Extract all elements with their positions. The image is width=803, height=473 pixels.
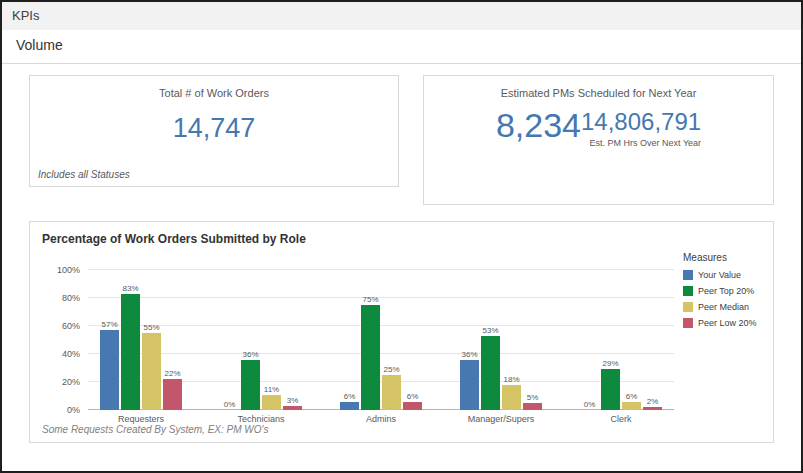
kpi-value-total-work-orders: 14,747 xyxy=(30,113,398,144)
x-axis-category-label-requesters: Requesters xyxy=(100,414,182,424)
bar-peer-top-20-manager-supers[interactable] xyxy=(481,336,500,410)
bar-column: 2% xyxy=(643,270,662,410)
bar-column: 36% xyxy=(460,270,479,410)
kpi-footnote-total-work-orders: Includes all Statuses xyxy=(38,169,130,180)
x-axis-category-label-admins: Admins xyxy=(340,414,422,424)
bar-value-label: 6% xyxy=(626,392,638,401)
legend-swatch-peer-top-20 xyxy=(683,286,693,296)
kpi-row: Total # of Work Orders 14,747 Includes a… xyxy=(29,75,774,205)
bar-value-label: 53% xyxy=(482,326,498,335)
y-axis-tick-label: 80% xyxy=(34,293,80,303)
bar-column: 5% xyxy=(523,270,542,410)
kpi-values-estimated-pms: 8,234 14,806,791 Est. PM Hrs Over Next Y… xyxy=(424,107,773,148)
legend-item-peer-median[interactable]: Peer Median xyxy=(683,302,765,312)
kpi-value-estimated-pms: 8,234 xyxy=(496,107,581,144)
bar-column: 53% xyxy=(481,270,500,410)
bar-value-label: 5% xyxy=(527,393,539,402)
kpi-title-estimated-pms: Estimated PMs Scheduled for Next Year xyxy=(424,87,773,99)
bar-group-clerk: 0%29%6%2% xyxy=(580,270,662,410)
bar-column: 6% xyxy=(340,270,359,410)
bar-column: 11% xyxy=(262,270,281,410)
bar-value-label: 18% xyxy=(503,375,519,384)
bar-peer-median-clerk[interactable] xyxy=(622,402,641,410)
chart-footnote: Some Requests Created By System, EX: PM … xyxy=(42,424,268,435)
bar-column: 29% xyxy=(601,270,620,410)
legend-title: Measures xyxy=(683,252,765,263)
bar-group-admins: 6%75%25%6% xyxy=(340,270,422,410)
bar-peer-median-admins[interactable] xyxy=(382,375,401,410)
bar-value-label: 0% xyxy=(584,400,596,409)
legend-swatch-peer-median xyxy=(683,302,693,312)
bar-column: 3% xyxy=(283,270,302,410)
bar-group-technicians: 0%36%11%3% xyxy=(220,270,302,410)
legend-item-peer-low-20[interactable]: Peer Low 20% xyxy=(683,318,765,328)
chart-legend: Measures Your ValuePeer Top 20%Peer Medi… xyxy=(683,252,765,334)
app-title: KPIs xyxy=(12,8,39,23)
bar-value-label: 55% xyxy=(143,323,159,332)
bar-peer-top-20-requesters[interactable] xyxy=(121,294,140,410)
bar-group-requesters: 57%83%55%22% xyxy=(100,270,182,410)
bar-column: 83% xyxy=(121,270,140,410)
bar-peer-low-20-requesters[interactable] xyxy=(163,379,182,410)
bar-column: 75% xyxy=(361,270,380,410)
y-axis-tick-label: 40% xyxy=(34,349,80,359)
legend-item-peer-top-20[interactable]: Peer Top 20% xyxy=(683,286,765,296)
bar-chart-plot: 0%20%40%60%80%100%57%83%55%22%0%36%11%3%… xyxy=(88,270,674,410)
bar-value-label: 0% xyxy=(224,400,236,409)
bar-peer-top-20-technicians[interactable] xyxy=(241,360,260,410)
bar-value-label: 83% xyxy=(122,284,138,293)
legend-label: Peer Top 20% xyxy=(698,286,754,296)
bar-value-label: 6% xyxy=(344,392,356,401)
x-axis-category-label-manager-supers: Manager/Supers xyxy=(460,414,542,424)
bar-your-value-requesters[interactable] xyxy=(100,330,119,410)
legend-label: Peer Median xyxy=(698,302,749,312)
bar-column: 18% xyxy=(502,270,521,410)
kpi-card-total-work-orders: Total # of Work Orders 14,747 Includes a… xyxy=(29,75,399,187)
bar-your-value-admins[interactable] xyxy=(340,402,359,410)
bar-peer-median-manager-supers[interactable] xyxy=(502,385,521,410)
y-axis-tick-label: 60% xyxy=(34,321,80,331)
kpi-dashboard: KPIs Volume Total # of Work Orders 14,74… xyxy=(2,2,801,443)
bar-column: 25% xyxy=(382,270,401,410)
kpi-card-estimated-pms: Estimated PMs Scheduled for Next Year 8,… xyxy=(423,75,774,205)
bar-peer-top-20-admins[interactable] xyxy=(361,305,380,410)
bar-column: 0% xyxy=(580,270,599,410)
bar-chart-card: Percentage of Work Orders Submitted by R… xyxy=(29,221,774,443)
bar-value-label: 57% xyxy=(101,320,117,329)
x-axis-category-label-clerk: Clerk xyxy=(580,414,662,424)
bar-value-label: 22% xyxy=(164,369,180,378)
kpi-title-total-work-orders: Total # of Work Orders xyxy=(30,87,398,99)
sheet-content: Total # of Work Orders 14,747 Includes a… xyxy=(2,64,801,443)
bar-peer-low-20-manager-supers[interactable] xyxy=(523,403,542,410)
bar-column: 57% xyxy=(100,270,119,410)
sheet-tab-volume[interactable]: Volume xyxy=(16,37,63,53)
bar-value-label: 75% xyxy=(362,295,378,304)
chart-title: Percentage of Work Orders Submitted by R… xyxy=(30,222,773,246)
y-axis-tick-label: 0% xyxy=(34,405,80,415)
x-axis-labels: RequestersTechniciansAdminsManager/Super… xyxy=(88,410,674,424)
x-axis-category-label-technicians: Technicians xyxy=(220,414,302,424)
bar-group-manager-supers: 36%53%18%5% xyxy=(460,270,542,410)
bar-value-label: 36% xyxy=(461,350,477,359)
bar-value-label: 3% xyxy=(287,396,299,405)
legend-label: Your Value xyxy=(698,270,741,280)
y-axis-tick-label: 20% xyxy=(34,377,80,387)
bar-peer-median-requesters[interactable] xyxy=(142,333,161,410)
bar-peer-median-technicians[interactable] xyxy=(262,395,281,410)
legend-swatch-peer-low-20 xyxy=(683,318,693,328)
bar-column: 55% xyxy=(142,270,161,410)
legend-item-your-value[interactable]: Your Value xyxy=(683,270,765,280)
bar-column: 22% xyxy=(163,270,182,410)
bar-your-value-manager-supers[interactable] xyxy=(460,360,479,410)
bar-column: 36% xyxy=(241,270,260,410)
bar-column: 6% xyxy=(622,270,641,410)
y-axis-tick-label: 100% xyxy=(34,265,80,275)
bar-peer-top-20-clerk[interactable] xyxy=(601,369,620,410)
kpi-value-pm-hours: 14,806,791 xyxy=(581,109,701,135)
bar-value-label: 36% xyxy=(242,350,258,359)
bar-peer-low-20-admins[interactable] xyxy=(403,402,422,410)
app-header: KPIs xyxy=(2,2,801,30)
sheet-tab-row: Volume xyxy=(2,30,801,64)
legend-label: Peer Low 20% xyxy=(698,318,757,328)
bar-value-label: 2% xyxy=(647,397,659,406)
